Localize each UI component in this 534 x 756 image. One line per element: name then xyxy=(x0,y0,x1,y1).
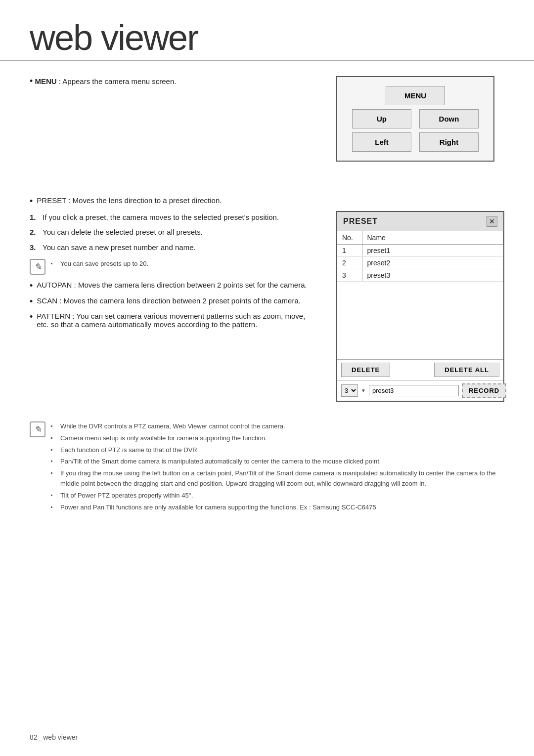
autopan-rest: : Moves the camera lens direction betwee… xyxy=(72,281,307,289)
preset-row-name: preset1 xyxy=(362,245,503,257)
table-row[interactable]: 1preset1 xyxy=(337,245,503,257)
sq-0: ▪ xyxy=(50,421,57,432)
menu-section: • MENU : Appears the camera menu screen.… xyxy=(30,76,504,162)
menu-ui-box: MENU Up Down Left Right xyxy=(336,76,494,162)
sq-2: ▪ xyxy=(50,445,57,456)
scan-text: SCAN : Moves the camera lens direction b… xyxy=(37,296,301,305)
up-down-row: Up Down xyxy=(342,109,489,128)
preset-title-bar: PRESET ✕ xyxy=(337,212,503,231)
delete-all-button[interactable]: DELETE ALL xyxy=(434,363,499,377)
step2-text: You can delete the selected preset or al… xyxy=(43,227,203,238)
preset-table: No. Name 1preset12preset23preset3 xyxy=(337,231,503,282)
menu-label-bold: MENU xyxy=(35,77,56,85)
preset-right: PRESET ✕ No. Name 1preset12preset23prese… xyxy=(336,196,504,402)
pattern-text: PATTERN : You can set camera various mov… xyxy=(37,312,316,329)
preset-row-no: 2 xyxy=(337,257,362,269)
up-button[interactable]: Up xyxy=(352,109,411,128)
step1-text: If you click a preset, the camera moves … xyxy=(43,212,279,223)
autopan-label: AUTOPAN xyxy=(37,281,72,289)
note-3: Pan/Tilt of the Smart dome camera is man… xyxy=(60,457,381,467)
note-0: While the DVR controls a PTZ camera, Web… xyxy=(60,421,285,432)
table-row[interactable]: 2preset2 xyxy=(337,257,503,269)
preset-row-name: preset2 xyxy=(362,257,503,269)
note-5: Tilt of Power PTZ operates properly with… xyxy=(60,491,193,501)
spacer1 xyxy=(30,181,504,196)
delete-button[interactable]: DELETE xyxy=(341,363,390,377)
sq-6: ▪ xyxy=(50,503,57,513)
main-note-icon: ✎ xyxy=(30,421,45,437)
page-title: web viewer xyxy=(30,20,504,55)
step3-text: You can save a new preset number and nam… xyxy=(43,242,196,253)
note-2: Each function of PTZ is same to that of … xyxy=(60,445,199,456)
preset-bullet-item: • PRESET : Moves the lens direction to a… xyxy=(30,196,316,207)
menu-left: • MENU : Appears the camera menu screen. xyxy=(30,76,316,162)
preset-table-wrapper: No. Name 1preset12preset23preset3 xyxy=(337,231,503,360)
preset-dialog-title: PRESET xyxy=(343,217,378,226)
sq-1: ▪ xyxy=(50,433,57,444)
main-note-box: ✎ ▪ While the DVR controls a PTZ camera,… xyxy=(30,421,504,514)
preset-text: PRESET : Moves the lens direction to a p… xyxy=(37,196,222,205)
bottom-notes-section: ✎ ▪ While the DVR controls a PTZ camera,… xyxy=(30,421,504,514)
page-header: web viewer xyxy=(0,0,534,61)
step2-num: 2. xyxy=(30,227,39,238)
pattern-rest: : You can set camera various movement pa… xyxy=(37,312,305,329)
sq-3: ▪ xyxy=(50,457,57,467)
preset-record-row: 3 ▼ RECORD xyxy=(337,380,503,401)
preset-note-box: ✎ ▪ You can save presets up to 20. xyxy=(30,259,316,275)
preset-name-input[interactable] xyxy=(369,385,459,396)
note-line-6: ▪ Power and Pan Tilt functions are only … xyxy=(50,503,504,513)
preset-left: • PRESET : Moves the lens direction to a… xyxy=(30,196,316,402)
menu-bullet-item: • MENU : Appears the camera menu screen. xyxy=(30,76,316,87)
down-button[interactable]: Down xyxy=(419,109,479,128)
preset-row-no: 3 xyxy=(337,269,362,282)
menu-button[interactable]: MENU xyxy=(386,86,445,105)
scan-rest: : Moves the camera lens direction betwee… xyxy=(57,296,301,305)
autopan-dot: • xyxy=(30,281,33,292)
preset-section: • PRESET : Moves the lens direction to a… xyxy=(30,196,504,402)
note-line-1: ▪ Camera menu setup is only available fo… xyxy=(50,433,504,444)
preset-label: PRESET xyxy=(37,196,66,205)
step2-item: 2. You can delete the selected preset or… xyxy=(30,227,316,238)
note-line-0: ▪ While the DVR controls a PTZ camera, W… xyxy=(50,421,504,432)
left-button[interactable]: Left xyxy=(352,132,411,152)
preset-rest: : Moves the lens direction to a preset d… xyxy=(66,196,222,205)
preset-dialog: PRESET ✕ No. Name 1preset12preset23prese… xyxy=(336,211,504,402)
note-4: If you drag the mouse using the left but… xyxy=(60,468,504,489)
note-icon: ✎ xyxy=(30,259,45,275)
scan-dot: • xyxy=(30,296,33,307)
menu-right: MENU Up Down Left Right xyxy=(336,76,504,162)
menu-label-rest: : Appears the camera menu screen. xyxy=(57,77,177,85)
preset-bottom-bar: DELETE DELETE ALL xyxy=(337,360,503,380)
scan-label: SCAN xyxy=(37,296,57,305)
step3-item: 3. You can save a new preset number and … xyxy=(30,242,316,253)
bullet-dot: • xyxy=(30,76,33,86)
preset-row-no: 1 xyxy=(337,245,362,257)
sq-5: ▪ xyxy=(50,491,57,501)
main-note-text: ▪ While the DVR controls a PTZ camera, W… xyxy=(50,421,504,514)
preset-number-select[interactable]: 3 xyxy=(341,384,358,397)
note-6: Power and Pan Tilt functions are only av… xyxy=(60,503,376,513)
note-line-3: ▪ Pan/Tilt of the Smart dome camera is m… xyxy=(50,457,504,467)
autopan-bullet: • AUTOPAN : Moves the camera lens direct… xyxy=(30,281,316,292)
preset-close-button[interactable]: ✕ xyxy=(487,216,497,227)
left-right-row: Left Right xyxy=(342,132,489,152)
dropdown-icon: ▼ xyxy=(361,388,366,393)
note-line-4: ▪ If you drag the mouse using the left b… xyxy=(50,468,504,489)
sq-4: ▪ xyxy=(50,468,57,489)
table-row[interactable]: 3preset3 xyxy=(337,269,503,282)
scan-bullet: • SCAN : Moves the camera lens direction… xyxy=(30,296,316,307)
record-button[interactable]: RECORD xyxy=(462,383,506,398)
right-button[interactable]: Right xyxy=(419,132,479,152)
pattern-bullet: • PATTERN : You can set camera various m… xyxy=(30,312,316,329)
pattern-dot: • xyxy=(30,312,33,323)
preset-note-text: ▪ You can save presets up to 20. xyxy=(50,259,148,271)
col-no-header: No. xyxy=(337,231,362,245)
note-line-2: ▪ Each function of PTZ is same to that o… xyxy=(50,445,504,456)
note-line: ▪ You can save presets up to 20. xyxy=(50,259,148,269)
note-line-5: ▪ Tilt of Power PTZ operates properly wi… xyxy=(50,491,504,501)
step1-item: 1. If you click a preset, the camera mov… xyxy=(30,212,316,223)
pattern-label: PATTERN xyxy=(37,312,70,320)
page-footer: 82_ web viewer xyxy=(30,733,78,741)
footer-text: 82_ web viewer xyxy=(30,733,78,741)
autopan-text: AUTOPAN : Moves the camera lens directio… xyxy=(37,281,307,289)
